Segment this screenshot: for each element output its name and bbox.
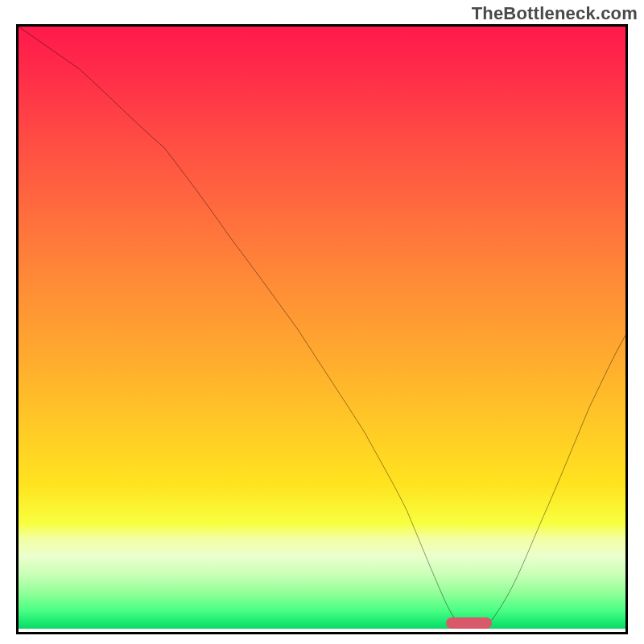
plot-area [16, 24, 628, 634]
bottleneck-chart: TheBottleneck.com [0, 0, 644, 644]
bottleneck-curve [19, 27, 625, 632]
watermark-label: TheBottleneck.com [472, 3, 638, 24]
optimal-marker [446, 617, 492, 629]
